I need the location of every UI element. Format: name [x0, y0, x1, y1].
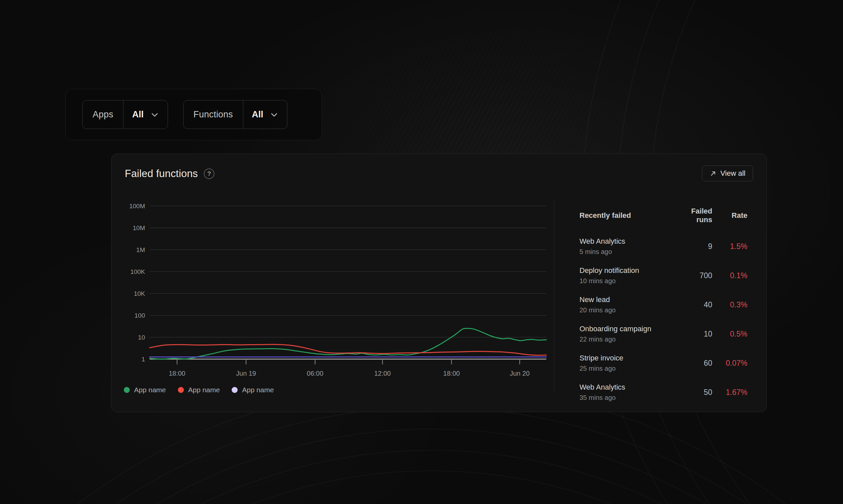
failed-runs-value: 60 — [674, 359, 712, 368]
failed-time: 25 mins ago — [580, 365, 674, 372]
series-line-0 — [150, 328, 546, 359]
functions-filter-dropdown[interactable]: Functions All — [183, 100, 288, 129]
function-name: Web Analytics — [580, 384, 674, 391]
failed-runs-value: 700 — [674, 271, 712, 280]
table-row[interactable]: Deploy notification 10 mins ago 700 0.1% — [580, 261, 747, 290]
y-axis-label: 1 — [141, 356, 145, 363]
chart-legend: App name App name App name — [124, 386, 274, 394]
x-axis-label: Jun 19 — [236, 370, 256, 377]
x-axis-label: 18:00 — [443, 370, 460, 377]
y-axis-label: 10 — [138, 334, 145, 341]
legend-item: App name — [232, 386, 274, 394]
chevron-down-icon — [150, 110, 159, 119]
table-header-row: Recently failed Failed runs Rate — [580, 207, 747, 224]
failed-time: 22 mins ago — [580, 336, 674, 343]
header-failed-runs: Failed runs — [674, 207, 712, 224]
legend-label: App name — [242, 386, 274, 394]
x-axis-label: Jun 20 — [510, 370, 530, 377]
card-title: Failed functions — [125, 168, 198, 180]
header-recently-failed: Recently failed — [580, 211, 674, 220]
legend-item: App name — [124, 386, 166, 394]
view-all-button[interactable]: View all — [702, 165, 753, 181]
failed-functions-chart: 100M10M1M100K10K10010118:00Jun 1906:0012… — [111, 197, 556, 396]
functions-filter-value: All — [252, 109, 263, 120]
table-row[interactable]: Stripe invoice 25 mins ago 60 0.07% — [580, 348, 747, 378]
function-name: Stripe invoice — [580, 355, 674, 362]
legend-item: App name — [178, 386, 220, 394]
legend-label: App name — [188, 386, 220, 394]
apps-filter-dropdown[interactable]: Apps All — [82, 100, 168, 129]
table-row[interactable]: Onboarding campaign 22 mins ago 10 0.5% — [580, 319, 747, 348]
failed-runs-value: 50 — [674, 388, 712, 397]
legend-label: App name — [134, 386, 166, 394]
failure-rate-value: 0.3% — [712, 301, 747, 309]
apps-filter-value: All — [132, 109, 144, 120]
y-axis-label: 1M — [136, 246, 145, 253]
table-row[interactable]: Web Analytics 5 mins ago 9 1.5% — [580, 232, 747, 261]
function-name: Deploy notification — [580, 267, 674, 274]
functions-filter-label: Functions — [184, 101, 243, 129]
failure-rate-value: 0.5% — [712, 329, 747, 339]
table-row[interactable]: Web Analytics 35 mins ago 50 1.67% — [580, 378, 747, 407]
y-axis-label: 10M — [133, 224, 145, 231]
function-name: Web Analytics — [580, 238, 674, 245]
failure-rate-value: 1.5% — [712, 242, 747, 251]
y-axis-label: 100M — [129, 203, 145, 210]
failed-time: 10 mins ago — [580, 277, 674, 284]
card-divider — [554, 200, 554, 392]
function-name: New lead — [580, 296, 674, 303]
apps-filter-label: Apps — [83, 101, 123, 129]
legend-dot — [178, 387, 184, 393]
header-rate: Rate — [712, 211, 747, 220]
failure-rate-value: 0.07% — [712, 359, 747, 368]
arrow-up-right-icon — [709, 170, 717, 177]
failed-functions-card: Failed functions ? View all 100M10M1M100… — [111, 154, 767, 412]
filter-bar: Apps All Functions All — [65, 89, 322, 140]
failed-time: 5 mins ago — [580, 248, 674, 255]
recently-failed-table: Recently failed Failed runs Rate Web Ana… — [580, 207, 747, 407]
failure-rate-value: 0.1% — [712, 271, 747, 280]
failure-rate-value: 1.67% — [712, 388, 747, 397]
legend-dot — [232, 387, 238, 393]
function-name: Onboarding campaign — [580, 325, 674, 332]
x-axis-label: 18:00 — [169, 370, 185, 377]
y-axis-label: 100K — [131, 268, 145, 275]
y-axis-label: 10K — [134, 290, 145, 297]
x-axis-label: 12:00 — [374, 370, 391, 377]
failed-time: 20 mins ago — [580, 307, 674, 313]
failed-runs-value: 9 — [674, 242, 712, 251]
table-row[interactable]: New lead 20 mins ago 40 0.3% — [580, 290, 747, 319]
failed-time: 35 mins ago — [580, 394, 674, 401]
legend-dot — [124, 387, 130, 393]
failed-runs-value: 40 — [674, 301, 712, 309]
view-all-label: View all — [721, 169, 745, 178]
y-axis-label: 100 — [134, 312, 145, 319]
help-icon[interactable]: ? — [204, 168, 214, 179]
x-axis-label: 06:00 — [307, 370, 323, 377]
failed-runs-value: 10 — [674, 329, 712, 339]
chevron-down-icon — [270, 110, 278, 119]
